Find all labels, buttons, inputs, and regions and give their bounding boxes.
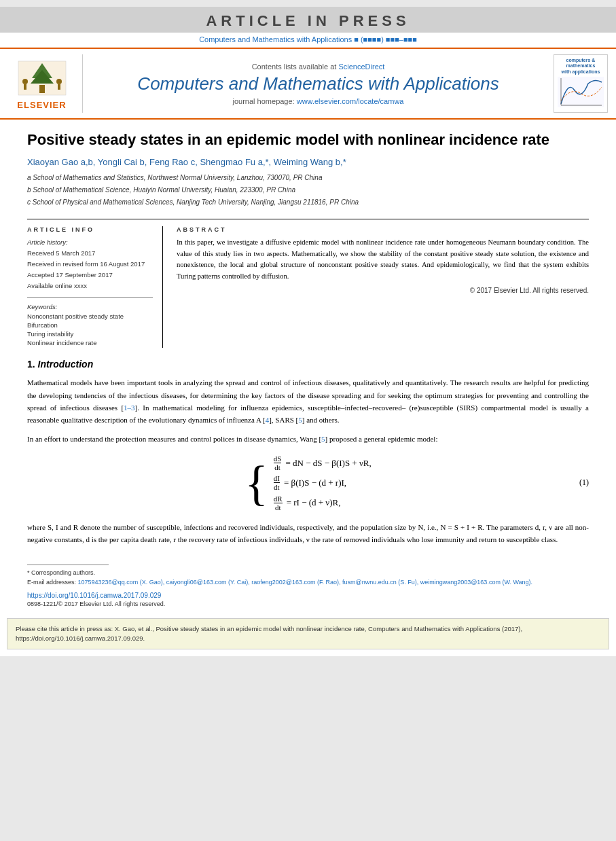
svg-rect-1 <box>39 85 45 93</box>
journal-info: Contents lists available at ScienceDirec… <box>90 54 547 113</box>
emails-label: E-mail addresses: <box>27 579 76 586</box>
ref-5-link-2[interactable]: 5 <box>321 435 325 443</box>
eq-line-1: dS dt = dN − dS − β(I)S + νR, <box>272 454 372 471</box>
doi-link[interactable]: https://doi.org/10.1016/j.camwa.2017.09.… <box>27 592 161 599</box>
left-brace-icon: { <box>244 459 268 507</box>
journal-header: ELSEVIER Contents lists available at Sci… <box>0 48 616 120</box>
section-title: Introduction <box>38 359 94 370</box>
thumb-graph-icon <box>558 77 604 107</box>
article-info-label: ARTICLE INFO <box>27 226 153 233</box>
after-equation-text: where S, I and R denote the number of su… <box>27 521 589 545</box>
abstract-text: In this paper, we investigate a diffusiv… <box>177 237 589 283</box>
issn-line: 0898-1221/© 2017 Elsevier Ltd. All right… <box>0 601 616 614</box>
abstract-col: ABSTRACT In this paper, we investigate a… <box>177 226 589 348</box>
svg-rect-7 <box>58 84 60 90</box>
received-date: Received 5 March 2017 <box>27 248 153 259</box>
journal-title: Computers and Mathematics with Applicati… <box>137 73 499 94</box>
footnote-divider <box>27 565 109 565</box>
revised-date: Received in revised form 16 August 2017 <box>27 259 153 270</box>
frac-ds-dt: dS dt <box>274 454 282 471</box>
eq1-rhs: = dN − dS − β(I)S + νR, <box>285 455 371 471</box>
eq-line-3: dR dt = rI − (d + ν)R, <box>272 495 372 512</box>
affil-b: b School of Mathematical Science, Huaiyi… <box>27 185 589 196</box>
article-history: Article history: Received 5 March 2017 R… <box>27 237 153 298</box>
article-info-col: ARTICLE INFO Article history: Received 5… <box>27 226 163 348</box>
equation-system: { dS dt = dN − dS − β(I)S + νR, dI <box>244 454 372 512</box>
article-info-abstract: ARTICLE INFO Article history: Received 5… <box>27 219 589 348</box>
svg-point-6 <box>56 79 62 84</box>
main-content: Positive steady states in an epidemic mo… <box>0 120 616 559</box>
keywords-section: Keywords: Nonconstant positive steady st… <box>27 303 153 346</box>
banner-text: ARTICLE IN PRESS <box>206 12 410 29</box>
article-in-press-banner: ARTICLE IN PRESS <box>0 7 616 33</box>
history-label: Article history: <box>27 237 153 248</box>
ref-4-link[interactable]: 4 <box>266 416 270 424</box>
available-date: Available online xxxx <box>27 281 153 291</box>
equation-1-block: { dS dt = dN − dS − β(I)S + νR, dI <box>27 454 589 512</box>
keyword-1: Nonconstant positive steady state <box>27 312 153 320</box>
corresponding-label: * Corresponding authors. <box>27 568 589 577</box>
ref-1-3-link[interactable]: 1–3 <box>124 404 135 412</box>
authors-line: Xiaoyan Gao a,b, Yongli Cai b, Feng Rao … <box>27 157 589 167</box>
ref-5-link[interactable]: 5 <box>298 416 302 424</box>
eq-line-2: dI dt = β(I)S − (d + r)I, <box>272 474 372 491</box>
elsevier-logo: ELSEVIER <box>8 54 83 113</box>
journal-homepage: journal homepage: www.elsevier.com/locat… <box>233 97 404 105</box>
intro-section-header: 1. Introduction <box>27 359 589 370</box>
equation-number: (1) <box>579 478 589 488</box>
abstract-label: ABSTRACT <box>177 226 589 233</box>
intro-paragraph1: Mathematical models have been important … <box>27 376 589 426</box>
affil-c: c School of Physical and Mathematical Sc… <box>27 197 589 208</box>
eq2-rhs: = β(I)S − (d + r)I, <box>284 475 346 490</box>
accepted-date: Accepted 17 September 2017 <box>27 270 153 281</box>
copyright-line: © 2017 Elsevier Ltd. All rights reserved… <box>177 287 589 294</box>
sciencedirect-link[interactable]: ScienceDirect <box>338 62 384 71</box>
section-number: 1. <box>27 359 35 370</box>
footnote-section: * Corresponding authors. E-mail addresse… <box>0 568 616 588</box>
keyword-4: Nonlinear incidence rate <box>27 339 153 346</box>
frac-di-dt: dI dt <box>274 474 280 491</box>
journal-ref-text: Computers and Mathematics with Applicati… <box>199 35 417 43</box>
keyword-3: Turing instability <box>27 330 153 338</box>
elsevier-tree-icon <box>15 58 69 99</box>
elsevier-label: ELSEVIER <box>17 100 66 110</box>
journal-ref-line: Computers and Mathematics with Applicati… <box>0 33 616 48</box>
homepage-prefix: journal homepage: <box>233 97 297 105</box>
eq3-rhs: = rI − (d + ν)R, <box>287 495 341 510</box>
intro-paragraph2: In an effort to understand the protectio… <box>27 433 589 445</box>
journal-thumbnail: computers &mathematicswith applications <box>554 54 608 113</box>
keyword-2: Bifurcation <box>27 321 153 329</box>
svg-point-4 <box>22 79 28 84</box>
affiliations: a School of Mathematics and Statistics, … <box>27 173 589 208</box>
thumb-title: computers &mathematicswith applications <box>562 58 600 75</box>
keywords-label: Keywords: <box>27 303 153 310</box>
paper-title: Positive steady states in an epidemic mo… <box>27 130 589 150</box>
contents-prefix: Contents lists available at <box>252 62 339 71</box>
email-line: E-mail addresses: 1075943236@qq.com (X. … <box>27 577 589 587</box>
equation-lines: dS dt = dN − dS − β(I)S + νR, dI dt = β(… <box>272 454 372 512</box>
svg-rect-5 <box>24 84 26 90</box>
frac-dr-dt: dR dt <box>274 495 283 512</box>
citation-bar: Please cite this article in press as: X.… <box>7 618 609 650</box>
contents-line: Contents lists available at ScienceDirec… <box>252 62 385 71</box>
affil-a: a School of Mathematics and Statistics, … <box>27 173 589 183</box>
page: ARTICLE IN PRESS Computers and Mathemati… <box>0 7 616 656</box>
emails-link[interactable]: 1075943236@qq.com (X. Gao), caiyongli06@… <box>78 579 533 586</box>
homepage-link[interactable]: www.elsevier.com/locate/camwa <box>297 97 404 105</box>
doi-line: https://doi.org/10.1016/j.camwa.2017.09.… <box>0 588 616 601</box>
